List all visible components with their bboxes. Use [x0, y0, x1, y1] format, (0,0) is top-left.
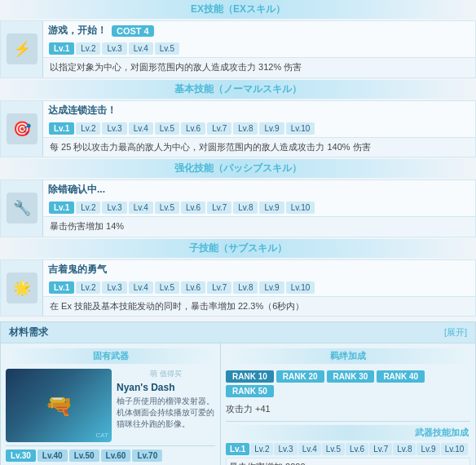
sub-skill-desc: 在 Ex 技能及基本技能发动的同时，暴击率增加 22.3%（6秒内） — [43, 296, 475, 317]
n-lv6[interactable]: Lv.6 — [181, 122, 205, 135]
passive-skill-icon: 🔧 — [1, 180, 43, 237]
n-lv1[interactable]: Lv.1 — [49, 122, 74, 135]
weapon-level-tabs: Lv.30 Lv.40 Lv.50 Lv.60 Lv.70 — [6, 445, 215, 462]
enh-lv1[interactable]: Lv.1 — [226, 443, 249, 455]
s-lv9[interactable]: Lv.9 — [259, 281, 284, 294]
n-lv9[interactable]: Lv.9 — [259, 122, 284, 135]
n-lv5[interactable]: Lv.5 — [155, 122, 179, 135]
passive-skill-name: 除错确认中... — [48, 183, 105, 197]
materials-expand-btn[interactable]: [展开] — [444, 326, 467, 339]
weapon-stats: 攻击力 +826、体力 +3331 — [6, 462, 215, 465]
enh-lv7[interactable]: Lv.7 — [369, 443, 392, 455]
s-lv8[interactable]: Lv.8 — [233, 281, 258, 294]
ex-lv3[interactable]: Lv.3 — [102, 42, 126, 55]
wlv-50[interactable]: Lv.50 — [69, 450, 99, 462]
p-lv1[interactable]: Lv.1 — [49, 202, 74, 214]
n-lv8[interactable]: Lv.8 — [233, 122, 258, 135]
s-lv2[interactable]: Lv.2 — [76, 281, 100, 294]
enh-lv6[interactable]: Lv.6 — [346, 443, 368, 455]
ex-skill-desc: 以指定对象为中心，对圆形范围内的敌人造成攻击力 312% 伤害 — [43, 57, 475, 78]
weapon-name: Nyan's Dash — [117, 382, 215, 393]
enh-lv9[interactable]: Lv.9 — [416, 443, 439, 455]
rank-atk-bonus: 攻击力 +41 — [226, 401, 470, 418]
s-lv4[interactable]: Lv.4 — [129, 281, 153, 294]
rank-30-btn[interactable]: RANK 30 — [327, 370, 375, 383]
enh-lv10[interactable]: Lv.10 — [441, 443, 469, 455]
passive-skill-row: 🔧 除错确认中... Lv.1 Lv.2 Lv.3 Lv.4 Lv.5 Lv.6… — [0, 179, 476, 237]
rank-20-btn[interactable]: RANK 20 — [276, 370, 324, 383]
ex-skill-level-tabs: Lv.1 Lv.2 Lv.3 Lv.4 Lv.5 — [43, 40, 475, 57]
s-lv1[interactable]: Lv.1 — [49, 281, 74, 294]
sub-skill-row: 🌟 吉着鬼的勇气 Lv.1 Lv.2 Lv.3 Lv.4 Lv.5 Lv.6 L… — [0, 259, 476, 317]
p-lv2[interactable]: Lv.2 — [76, 202, 100, 214]
n-lv10[interactable]: Lv.10 — [286, 122, 315, 135]
s-lv10[interactable]: Lv.10 — [286, 281, 315, 294]
weapon-skill-section: 武器技能加成 Lv.1 Lv.2 Lv.3 Lv.4 Lv.5 Lv.6 Lv.… — [226, 421, 470, 465]
ex-skill-header: EX技能（EXスキル） — [0, 0, 476, 19]
normal-skill-level-tabs: Lv.1 Lv.2 Lv.3 Lv.4 Lv.5 Lv.6 Lv.7 Lv.8 … — [43, 120, 475, 137]
normal-skill-row: 🎯 达成连锁连击！ Lv.1 Lv.2 Lv.3 Lv.4 Lv.5 Lv.6 … — [0, 100, 476, 158]
normal-skill-name: 达成连锁连击！ — [48, 104, 117, 117]
n-lv7[interactable]: Lv.7 — [207, 122, 231, 135]
ex-skill-name: 游戏，开始！ — [48, 24, 107, 38]
p-lv4[interactable]: Lv.4 — [129, 202, 153, 214]
ex-lv1[interactable]: Lv.1 — [49, 42, 74, 55]
passive-skill-header: 强化技能（パッシブスキル） — [0, 159, 476, 178]
ex-lv4[interactable]: Lv.4 — [129, 42, 153, 55]
ex-skill-row: ⚡ 游戏，开始！ COST 4 Lv.1 Lv.2 Lv.3 Lv.4 Lv.5… — [0, 20, 476, 78]
enh-lv2[interactable]: Lv.2 — [250, 443, 273, 455]
enh-lv4[interactable]: Lv.4 — [298, 443, 321, 455]
bonuses-panel: 羁绊加成 RANK 10 RANK 20 RANK 30 RANK 40 RAN… — [221, 343, 475, 465]
wlv-70[interactable]: Lv.70 — [132, 450, 162, 462]
wlv-30[interactable]: Lv.30 — [6, 450, 36, 462]
normal-skill-desc: 每 25 秒以攻击力最高的敌人为中心，对圆形范围内的敌人造成攻击力 140% 伤… — [43, 137, 475, 157]
p-lv5[interactable]: Lv.5 — [155, 202, 179, 214]
n-lv3[interactable]: Lv.3 — [102, 122, 126, 135]
p-lv9[interactable]: Lv.9 — [259, 202, 284, 214]
passive-skill-desc: 暴击伤害增加 14% — [43, 216, 475, 237]
weapon-panel: 固有武器 🔫 CAT 萌 值得买 Nyan's Dash 柚子所使用的榴弹发射器… — [1, 343, 221, 465]
ex-skill-cost: COST 4 — [112, 25, 154, 37]
enh-lv3[interactable]: Lv.3 — [274, 443, 297, 455]
rank-40-btn[interactable]: RANK 40 — [377, 370, 425, 383]
p-lv6[interactable]: Lv.6 — [181, 202, 205, 214]
enh-lv8[interactable]: Lv.8 — [393, 443, 416, 455]
normal-skill-header: 基本技能（ノーマルスキル） — [0, 80, 476, 99]
enh-desc: 暴击伤害增加 2000 — [226, 458, 470, 465]
ex-lv2[interactable]: Lv.2 — [76, 42, 100, 55]
enh-level-tabs: Lv.1 Lv.2 Lv.3 Lv.4 Lv.5 Lv.6 Lv.7 Lv.8 … — [226, 443, 470, 455]
materials-title: 材料需求 — [9, 326, 48, 339]
p-lv8[interactable]: Lv.8 — [233, 202, 258, 214]
weapon-desc1: 柚子所使用的榴弹发射器。 — [117, 396, 215, 407]
bonuses-header: 羁绊加成 — [226, 348, 470, 364]
sub-skill-level-tabs: Lv.1 Lv.2 Lv.3 Lv.4 Lv.5 Lv.6 Lv.7 Lv.8 … — [43, 279, 475, 296]
wlv-60[interactable]: Lv.60 — [101, 450, 131, 462]
enh-lv5[interactable]: Lv.5 — [322, 443, 345, 455]
owned-weapon-header: 固有武器 — [6, 348, 215, 364]
s-lv3[interactable]: Lv.3 — [102, 281, 126, 294]
n-lv4[interactable]: Lv.4 — [129, 122, 153, 135]
rank-10-btn[interactable]: RANK 10 — [226, 370, 274, 383]
weapon-skill-header: 武器技能加成 — [226, 425, 470, 441]
ex-skill-icon: ⚡ — [1, 21, 43, 78]
rank-50-btn[interactable]: RANK 50 — [226, 385, 274, 397]
passive-skill-level-tabs: Lv.1 Lv.2 Lv.3 Lv.4 Lv.5 Lv.6 Lv.7 Lv.8 … — [43, 199, 475, 216]
sub-skill-icon: 🌟 — [1, 260, 43, 317]
p-lv10[interactable]: Lv.10 — [286, 202, 315, 214]
wlv-40[interactable]: Lv.40 — [37, 450, 68, 462]
p-lv7[interactable]: Lv.7 — [207, 202, 231, 214]
weapon-image: 🔫 CAT — [6, 369, 112, 442]
rank-buttons: RANK 10 RANK 20 RANK 30 RANK 40 RANK 50 — [226, 367, 470, 401]
n-lv2[interactable]: Lv.2 — [76, 122, 100, 135]
weapon-watermark: 萌 值得买 — [117, 369, 215, 379]
s-lv7[interactable]: Lv.7 — [207, 281, 231, 294]
s-lv5[interactable]: Lv.5 — [155, 281, 179, 294]
p-lv3[interactable]: Lv.3 — [102, 202, 126, 214]
materials-section: 材料需求 [展开] 固有武器 🔫 CAT 萌 值得买 Nyan's Dash 柚… — [0, 321, 476, 465]
sub-skill-name: 吉着鬼的勇气 — [48, 263, 107, 277]
normal-skill-icon: 🎯 — [1, 101, 43, 157]
ex-lv5[interactable]: Lv.5 — [155, 42, 179, 55]
s-lv6[interactable]: Lv.6 — [181, 281, 205, 294]
sub-skill-header: 子技能（サブスキル） — [0, 239, 476, 258]
weapon-desc2: 机体侧面会持续播放可爱的猫咪往外跑的影像。 — [117, 407, 215, 430]
